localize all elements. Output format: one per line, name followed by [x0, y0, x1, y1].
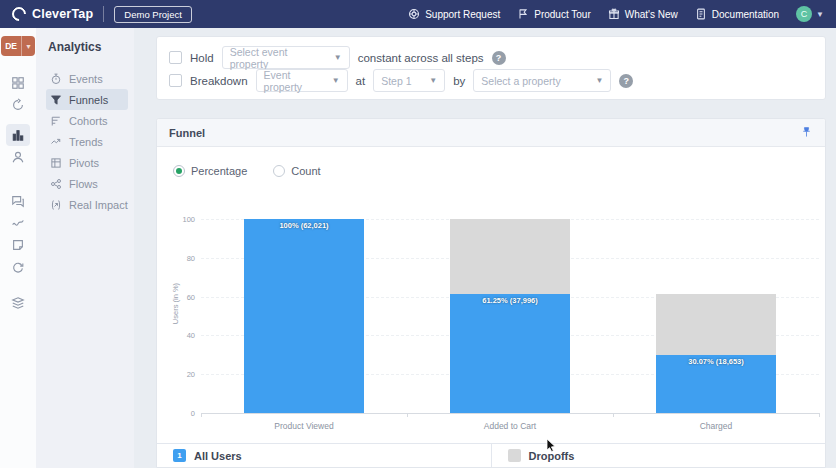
funnel-filter-panel: Hold Select event property ▼ constant ac…: [156, 36, 826, 100]
breakdown-help-icon[interactable]: ?: [619, 74, 633, 88]
sidebar-item-events[interactable]: Events: [46, 68, 128, 89]
all-users-swatch: 1: [173, 449, 186, 462]
menu-item-label: Flows: [69, 178, 98, 190]
events-icon: [50, 73, 62, 85]
product-tour-link[interactable]: Product Tour: [517, 8, 591, 20]
user-avatar[interactable]: C: [796, 6, 812, 22]
pivots-icon: [50, 157, 62, 169]
clevertap-logo-icon: [9, 4, 29, 24]
by-label: by: [453, 75, 465, 87]
cohorts-icon: [50, 115, 62, 127]
pin-icon[interactable]: [800, 126, 813, 139]
funnel-bar[interactable]: 61.25% (37,996): [450, 219, 570, 413]
breakdown-filter-row: Breakdown Event property ▼ at Step 1 ▼ b…: [169, 69, 813, 92]
y-tick-label: 20: [169, 370, 195, 379]
x-tick: [819, 413, 820, 417]
audience-icon[interactable]: [6, 146, 30, 168]
menu-item-label: Pivots: [69, 157, 99, 169]
legend-label: All Users: [194, 450, 242, 462]
chevron-down-icon: ▼: [816, 10, 824, 19]
chevron-down-icon: ▼: [332, 76, 340, 85]
whats-new-link[interactable]: What's New: [608, 8, 678, 20]
dropoff-segment[interactable]: [450, 219, 570, 294]
breakdown-step-value: Step 1: [381, 75, 411, 87]
sidebar-rail: DE ▼: [0, 28, 36, 468]
documentation-link[interactable]: Documentation: [695, 8, 779, 20]
brand-name: CleverTap: [32, 7, 93, 21]
y-tick-label: 40: [169, 331, 195, 340]
account-switcher[interactable]: DE ▼: [1, 36, 35, 56]
users-segment[interactable]: [450, 294, 570, 413]
funnel-panel-header: Funnel: [157, 119, 825, 147]
breakdown-step-select[interactable]: Step 1 ▼: [373, 69, 445, 92]
chevron-down-icon: ▼: [334, 53, 342, 62]
document-icon: [695, 8, 707, 20]
hold-property-select[interactable]: Select event property ▼: [222, 46, 350, 69]
user-menu[interactable]: C ▼: [796, 6, 824, 22]
y-tick-label: 60: [169, 292, 195, 301]
legend-item-all-users[interactable]: 1 All Users: [157, 444, 491, 467]
menu-item-label: Cohorts: [69, 115, 108, 127]
dropoff-segment[interactable]: [656, 294, 776, 354]
x-category-label: Added to Cart: [484, 421, 536, 431]
users-segment[interactable]: [244, 219, 364, 413]
gift-icon: [608, 8, 620, 20]
menu-item-label: Events: [69, 73, 103, 85]
y-axis-label: Users (in %): [171, 283, 180, 324]
funnel-bar[interactable]: 100% (62,021): [244, 219, 364, 413]
percentage-radio[interactable]: Percentage: [173, 165, 247, 177]
segments-icon[interactable]: [6, 234, 30, 256]
gridline: [201, 413, 819, 414]
breakdown-checkbox[interactable]: [169, 74, 182, 87]
breakdown-property-select[interactable]: Event property ▼: [256, 69, 348, 92]
dropoffs-swatch: [508, 449, 521, 462]
journeys-icon[interactable]: [6, 212, 30, 234]
lifebuoy-icon: [408, 8, 420, 20]
hold-help-icon[interactable]: ?: [492, 51, 506, 65]
percentage-radio-label: Percentage: [191, 165, 247, 177]
real-impact-icon: [50, 199, 62, 211]
funnel-chart: Users (in %) 020406080100100% (62,021)Pr…: [157, 181, 825, 419]
y-tick-label: 0: [169, 409, 195, 418]
x-tick: [201, 413, 202, 417]
funnel-panel: Funnel Percentage Count Users (in %) 020…: [156, 118, 826, 468]
breakdown-by-select[interactable]: Select a property ▼: [473, 69, 611, 92]
y-tick-label: 80: [169, 253, 195, 262]
count-radio[interactable]: Count: [273, 165, 320, 177]
whats-new-label: What's New: [625, 9, 678, 20]
campaigns-icon[interactable]: [6, 94, 30, 116]
menu-item-label: Funnels: [69, 94, 108, 106]
navbar-divider: [103, 6, 104, 22]
menu-item-label: Real Impact: [69, 199, 128, 211]
support-request-link[interactable]: Support Request: [408, 8, 500, 20]
sidebar-item-flows[interactable]: Flows: [46, 173, 128, 194]
legend-label: Dropoffs: [529, 450, 575, 462]
sidebar-item-real-impact[interactable]: Real Impact: [46, 194, 128, 215]
sidebar-item-funnels[interactable]: Funnels: [46, 89, 128, 110]
breakdown-by-placeholder: Select a property: [481, 75, 560, 87]
x-category-label: Product Viewed: [274, 421, 333, 431]
x-category-label: Charged: [700, 421, 733, 431]
messages-icon[interactable]: [6, 190, 30, 212]
funnel-bar[interactable]: 30.07% (18,653): [656, 219, 776, 413]
y-tick-label: 100: [169, 215, 195, 224]
sidebar-item-pivots[interactable]: Pivots: [46, 152, 128, 173]
bar-value-label: 30.07% (18,653): [656, 357, 776, 366]
sync-icon[interactable]: [6, 256, 30, 278]
bar-value-label: 61.25% (37,996): [450, 296, 570, 305]
library-icon[interactable]: [6, 292, 30, 314]
clevertap-logo[interactable]: CleverTap: [12, 7, 93, 21]
at-label: at: [356, 75, 366, 87]
x-tick: [407, 413, 408, 417]
sidebar-item-cohorts[interactable]: Cohorts: [46, 110, 128, 131]
analytics-icon[interactable]: [6, 124, 30, 146]
hold-checkbox[interactable]: [169, 51, 182, 64]
hold-property-placeholder: Select event property: [230, 46, 328, 70]
funnels-icon: [50, 94, 62, 106]
legend-item-dropoffs[interactable]: Dropoffs: [491, 444, 826, 467]
dashboard-grid-icon[interactable]: [6, 72, 30, 94]
sidebar-item-trends[interactable]: Trends: [46, 131, 128, 152]
breakdown-label: Breakdown: [190, 75, 248, 87]
product-tour-label: Product Tour: [534, 9, 591, 20]
project-selector-button[interactable]: Demo Project: [114, 6, 192, 23]
